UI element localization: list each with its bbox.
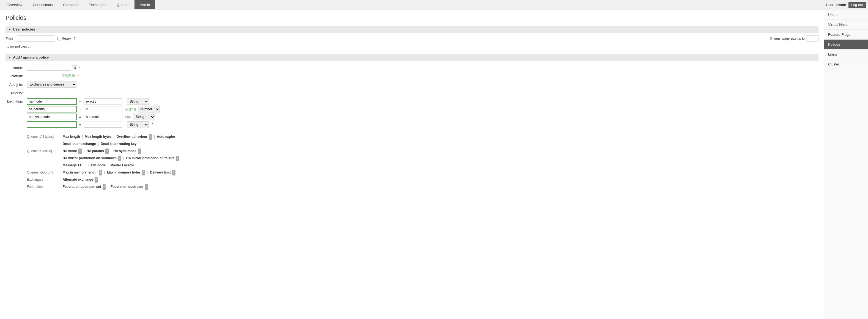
sugg-dead-letter-routing[interactable]: Dead letter routing key	[101, 142, 136, 146]
filter-input[interactable]	[17, 35, 55, 41]
sugg-max-in-memory-bytes[interactable]: Max in memory bytes	[107, 170, 141, 174]
def-hint-3: 自动	[125, 115, 131, 119]
pattern-label: Pattern:	[5, 72, 25, 80]
sugg-max-length-bytes[interactable]: Max length bytes	[85, 135, 112, 138]
suggestions-federation-row1: Federation Federation upstream set ? | F…	[27, 184, 179, 190]
name-field-wrapper: mirrior-two ⊞ *	[27, 65, 179, 71]
sugg-links-all-row2: Dead letter exchange | Dead letter routi…	[63, 140, 137, 147]
sugg-ha-mirror-promotion-failure[interactable]: HA mirror promotion on failure	[126, 156, 175, 160]
sugg-max-length[interactable]: Max length	[63, 135, 80, 138]
top-navigation: Overview Connections Channels Exchanges …	[0, 0, 868, 10]
user-area: User admin Log out	[826, 2, 866, 8]
exchanges-label: Exchanges	[27, 176, 63, 183]
tab-channels[interactable]: Channels	[58, 0, 83, 9]
sugg-links-exchanges-row1: Alternate exchange ?	[63, 176, 98, 183]
table-icon[interactable]: ⊞	[72, 65, 77, 70]
ha-params-help-icon[interactable]: ?	[105, 149, 108, 154]
filter-label-text: Filter:	[5, 37, 14, 41]
sugg-auto-expire[interactable]: Auto expire	[157, 135, 175, 138]
sugg-links-federation-row1: Federation upstream set ? | Federation u…	[63, 184, 148, 190]
def-type-4[interactable]: String Number Boolean List	[127, 121, 149, 128]
name-row: Name: mirrior-two ⊞ *	[5, 64, 181, 72]
def-val-4[interactable]	[84, 122, 122, 128]
sidebar-item-users[interactable]: Users	[824, 10, 868, 20]
sugg-max-in-memory-length[interactable]: Max in memory length	[63, 170, 98, 174]
eq-sign-3: =	[78, 115, 83, 119]
eq-sign-2: =	[78, 107, 83, 111]
delivery-limit-help-icon[interactable]: ?	[172, 170, 176, 176]
sugg-lazy-mode[interactable]: Lazy mode	[89, 163, 105, 167]
fed-upstream-set-help-icon[interactable]: ?	[102, 184, 106, 190]
pattern-row: Pattern: ^mirrior 正则匹配 *	[5, 72, 181, 80]
sugg-links-all-row1: Max length | Max length bytes | Overflow…	[63, 133, 175, 140]
priority-input[interactable]	[27, 90, 60, 96]
sidebar-item-policies[interactable]: Policies	[824, 40, 868, 50]
page-size-label: 0 items, page size up to	[770, 37, 805, 40]
pattern-input[interactable]: ^mirrior	[27, 73, 60, 79]
tab-exchanges[interactable]: Exchanges	[83, 0, 112, 9]
sugg-message-ttl[interactable]: Message TTL	[63, 163, 84, 167]
name-input[interactable]: mirrior-two	[27, 65, 71, 71]
filter-help-icon[interactable]: ?	[73, 37, 75, 41]
sugg-federation-upstream-set[interactable]: Federation upstream set	[63, 185, 101, 189]
def-type-2[interactable]: String Number Boolean List	[138, 106, 160, 113]
definition-row-2: = 备份2份 String Number Boolean List	[27, 106, 179, 113]
max-mem-length-help-icon[interactable]: ?	[99, 170, 102, 176]
sugg-links-classic-row3: Message TTL | Lazy mode | Master Locator	[63, 162, 134, 168]
definition-row-4: = String Number Boolean List *	[27, 121, 179, 128]
sidebar-item-virtual-hosts[interactable]: Virtual Hosts	[824, 20, 868, 30]
def-key-2[interactable]	[27, 106, 76, 112]
regex-label[interactable]: Regex	[58, 37, 71, 40]
tab-admin[interactable]: Admin	[134, 0, 155, 9]
user-policies-label: User policies	[13, 27, 35, 31]
def-val-3[interactable]	[84, 114, 122, 120]
ha-sync-help-icon[interactable]: ?	[138, 149, 141, 154]
user-policies-header[interactable]: ▼ User policies	[5, 26, 818, 33]
user-policies-section: ▼ User policies Filter: Regex ? 0 items,…	[5, 26, 818, 49]
tab-overview[interactable]: Overview	[2, 0, 28, 9]
sugg-overflow-behaviour[interactable]: Overflow behaviour	[116, 135, 147, 138]
def-val-1[interactable]	[84, 98, 122, 104]
tab-queues[interactable]: Queues	[112, 0, 135, 9]
apply-to-row: Apply to: Exchanges and queues Exchanges…	[5, 80, 181, 89]
sugg-alternate-exchange[interactable]: Alternate exchange	[63, 178, 93, 182]
def-val-2[interactable]	[84, 106, 122, 112]
suggestions-queues-classic-row3: Message TTL | Lazy mode | Master Locator	[27, 162, 179, 168]
ha-shutdown-help-icon[interactable]: ?	[118, 156, 121, 161]
ha-failure-help-icon[interactable]: ?	[176, 156, 179, 161]
sidebar-item-limits[interactable]: Limits	[824, 50, 868, 59]
overflow-help-icon[interactable]: ?	[149, 134, 152, 140]
sugg-ha-mode[interactable]: HA mode	[63, 149, 77, 153]
add-policy-toggle-icon: ▼	[8, 56, 11, 59]
sugg-links-quorum-row1: Max in memory length ? | Max in memory b…	[63, 169, 176, 176]
apply-to-select[interactable]: Exchanges and queues Exchanges Queues	[27, 81, 76, 88]
alt-exchange-help-icon[interactable]: ?	[95, 177, 98, 183]
def-type-3[interactable]: String Number Boolean List	[133, 114, 155, 120]
max-mem-bytes-help-icon[interactable]: ?	[142, 170, 146, 176]
sugg-master-locator[interactable]: Master Locator	[110, 163, 134, 167]
sugg-ha-sync-mode[interactable]: HA sync mode	[113, 149, 136, 153]
ha-mode-help-icon[interactable]: ?	[79, 149, 82, 154]
tab-connections[interactable]: Connections	[28, 0, 58, 9]
toggle-icon: ▼	[8, 28, 11, 31]
queues-classic-label: Queues [Classic]	[27, 148, 63, 154]
logout-button[interactable]: Log out	[848, 2, 866, 8]
sugg-ha-mirror-promotion-shutdown[interactable]: HA mirror promotion on shutdown	[63, 156, 117, 160]
fed-upstream-help-icon[interactable]: ?	[145, 184, 148, 190]
add-policy-header[interactable]: ▼ Add / update a policy	[5, 54, 818, 61]
queues-all-label: Queues [All types]	[27, 133, 63, 140]
page-size-input[interactable]: 100	[806, 35, 818, 41]
sugg-federation-upstream[interactable]: Federation upstream	[111, 185, 143, 189]
def-key-1[interactable]	[27, 98, 76, 104]
def-key-3[interactable]	[27, 114, 76, 120]
sugg-delivery-limit[interactable]: Delivery limit	[150, 170, 171, 174]
def-type-1[interactable]: String Number Boolean List	[127, 98, 149, 105]
def-key-4[interactable]	[27, 122, 76, 128]
suggestions-queues-all-row2: Dead letter exchange | Dead letter routi…	[27, 140, 179, 147]
sugg-dead-letter-exchange[interactable]: Dead letter exchange	[63, 142, 96, 146]
suggestions-queues-all-row1: Queues [All types] Max length | Max leng…	[27, 133, 179, 140]
regex-checkbox[interactable]	[58, 37, 61, 40]
sugg-ha-params[interactable]: HA params	[87, 149, 104, 153]
sidebar-item-cluster[interactable]: Cluster	[824, 59, 868, 69]
sidebar-item-feature-flags[interactable]: Feature Flags	[824, 30, 868, 40]
